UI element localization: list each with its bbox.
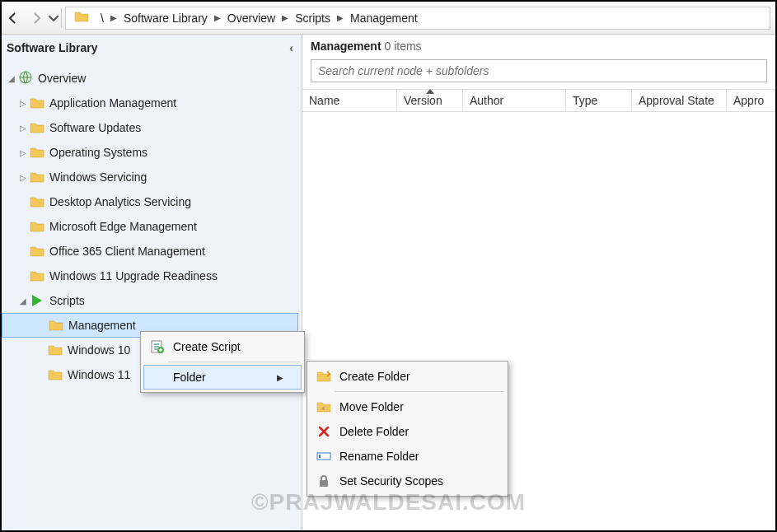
menu-item-label: Delete Folder — [339, 425, 409, 438]
folder-icon — [30, 269, 44, 282]
folder-icon — [30, 195, 44, 208]
menu-separator — [168, 362, 300, 362]
search-box[interactable] — [311, 59, 767, 82]
column-header-approval-state[interactable]: Approval State — [632, 90, 727, 111]
tree-item-label: Management — [68, 319, 136, 332]
column-header-name[interactable]: Name — [302, 90, 397, 111]
menu-item-move-folder[interactable]: Move Folder — [310, 394, 505, 419]
tree-item-label: Windows Servicing — [49, 170, 147, 184]
tree-item-label: Overview — [38, 72, 86, 85]
expand-toggle[interactable]: ▷ — [16, 173, 30, 182]
tree-item-label: Application Management — [49, 96, 176, 110]
menu-separator — [335, 391, 503, 392]
folder-icon — [48, 343, 63, 357]
sidebar-title-label: Software Library — [7, 41, 97, 54]
breadcrumb-item[interactable]: Scripts — [292, 10, 334, 26]
column-header-author[interactable]: Author — [463, 90, 566, 111]
context-menu: Create Script Folder ▶ — [140, 331, 305, 393]
breadcrumb-item[interactable]: Management — [347, 10, 421, 26]
tree-item[interactable]: ▷ Windows Servicing — [2, 165, 298, 189]
script-icon — [30, 294, 44, 307]
breadcrumb-item[interactable]: Software Library — [120, 10, 211, 26]
chevron-right-icon: ▶ — [110, 13, 117, 22]
menu-item-label: Move Folder — [339, 400, 404, 413]
column-header-approver[interactable]: Appro — [727, 90, 775, 111]
item-count: 0 items — [384, 40, 421, 53]
menu-item-security-scopes[interactable]: Set Security Scopes — [310, 469, 505, 493]
history-dropdown[interactable] — [48, 7, 59, 30]
tree-item-label: Software Updates — [49, 121, 141, 134]
menu-item-folder[interactable]: Folder ▶ — [143, 365, 302, 390]
tree-item[interactable]: Microsoft Edge Management — [2, 214, 298, 239]
menu-item-create-folder[interactable]: Create Folder — [310, 364, 505, 389]
tree-item[interactable]: ▷ Application Management — [2, 91, 298, 115]
forward-button[interactable] — [25, 7, 48, 30]
folder-icon — [30, 96, 44, 110]
folder-move-icon — [315, 400, 333, 413]
navigation-tree: ◢ Overview ▷ Application Management ▷ So… — [2, 63, 302, 530]
folder-icon — [30, 121, 44, 134]
svg-rect-5 — [320, 480, 328, 487]
menu-item-delete-folder[interactable]: Delete Folder — [310, 419, 505, 444]
tree-item[interactable]: Windows 11 Upgrade Readiness — [2, 264, 298, 288]
expand-toggle[interactable]: ▷ — [16, 99, 30, 108]
back-button[interactable] — [2, 7, 25, 30]
context-submenu: Create Folder Move Folder Delete Folder … — [307, 361, 508, 497]
lock-icon — [315, 474, 333, 488]
tree-item-label: Operating Systems — [49, 146, 147, 159]
globe-icon — [18, 70, 33, 87]
tree-item[interactable]: Desktop Analytics Servicing — [2, 189, 298, 214]
tree-item[interactable]: ▷ Operating Systems — [2, 140, 298, 165]
chevron-right-icon: ▶ — [214, 13, 221, 22]
menu-item-rename-folder[interactable]: Rename Folder — [310, 444, 505, 469]
content-title: Management — [311, 40, 381, 53]
folder-icon — [74, 10, 89, 26]
divider — [61, 8, 62, 28]
tree-item-label: Office 365 Client Management — [49, 245, 205, 258]
folder-icon — [30, 170, 44, 184]
tree-item[interactable]: Office 365 Client Management — [2, 239, 298, 264]
folder-new-icon — [315, 370, 333, 383]
menu-item-label: Create Script — [173, 340, 241, 353]
chevron-left-icon[interactable]: ‹ — [289, 41, 293, 54]
expand-toggle[interactable]: ◢ — [16, 296, 30, 306]
menu-item-create-script[interactable]: Create Script — [143, 334, 302, 359]
chevron-right-icon: ▶ — [337, 13, 344, 22]
expand-toggle[interactable]: ◢ — [5, 74, 18, 83]
chevron-right-icon: ▶ — [282, 13, 288, 22]
navigation-bar: \ ▶ Software Library ▶ Overview ▶ Script… — [2, 2, 775, 35]
delete-icon — [315, 425, 333, 438]
content-header: Management 0 items — [302, 35, 775, 56]
tree-item-label: Windows 10 — [68, 343, 130, 357]
tree-item-label: Microsoft Edge Management — [49, 220, 197, 233]
folder-icon — [48, 368, 63, 381]
search-input[interactable] — [318, 64, 760, 77]
submenu-arrow-icon: ▶ — [277, 373, 283, 382]
column-header-type[interactable]: Type — [566, 90, 632, 111]
sidebar: Software Library ‹ ◢ Overview ▷ Applicat… — [2, 35, 302, 530]
column-headers: Name Version Author Type Approval State … — [302, 89, 775, 112]
tree-item-label: Desktop Analytics Servicing — [49, 195, 191, 208]
folder-icon — [30, 220, 44, 233]
menu-item-label: Rename Folder — [339, 450, 419, 463]
folder-icon — [30, 146, 44, 159]
tree-item-label: Scripts — [49, 294, 85, 307]
tree-item-scripts[interactable]: ◢ Scripts — [2, 288, 298, 313]
tree-item-overview[interactable]: ◢ Overview — [2, 66, 298, 91]
rename-icon — [315, 450, 333, 462]
menu-item-label: Create Folder — [339, 370, 410, 383]
sidebar-title: Software Library ‹ — [2, 35, 302, 63]
breadcrumb-item[interactable]: \ — [97, 10, 107, 26]
menu-item-label: Set Security Scopes — [339, 474, 443, 488]
expand-toggle[interactable]: ▷ — [16, 148, 30, 157]
breadcrumb-bar[interactable]: \ ▶ Software Library ▶ Overview ▶ Script… — [65, 7, 770, 30]
breadcrumb-item[interactable]: Overview — [224, 10, 279, 26]
create-script-icon — [148, 339, 166, 354]
menu-item-label: Folder — [173, 371, 206, 384]
svg-rect-4 — [319, 455, 321, 458]
folder-icon — [49, 319, 63, 332]
tree-item-label: Windows 11 Upgrade Readiness — [49, 269, 218, 282]
column-header-version[interactable]: Version — [397, 90, 463, 111]
expand-toggle[interactable]: ▷ — [16, 124, 30, 133]
tree-item[interactable]: ▷ Software Updates — [2, 115, 298, 140]
